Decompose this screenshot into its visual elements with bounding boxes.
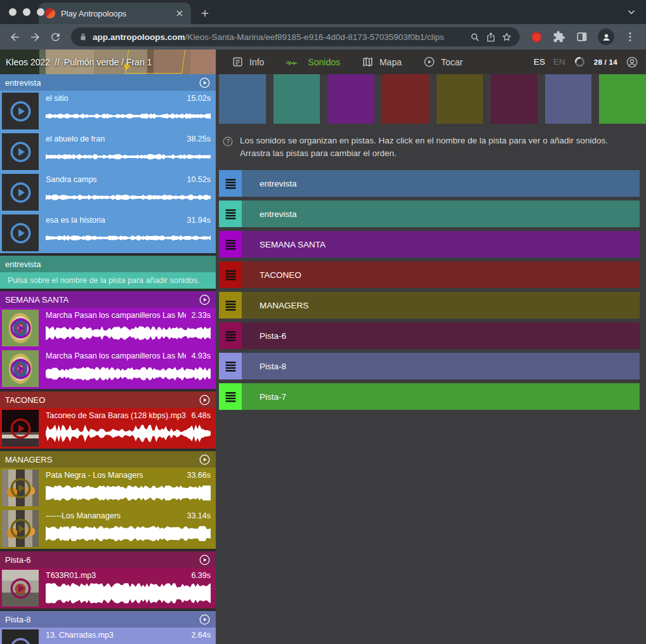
drag-handle-icon[interactable] bbox=[219, 261, 242, 288]
track-play-button[interactable] bbox=[199, 77, 211, 89]
track-header[interactable]: SEMANA SANTA bbox=[0, 291, 216, 308]
breadcrumb[interactable]: Kleos 2022 // Pulmón verde / Fran 1 bbox=[6, 49, 152, 74]
play-icon[interactable] bbox=[2, 133, 39, 170]
sound-item[interactable]: T633R01.mp36.39s bbox=[0, 568, 216, 608]
sound-item[interactable]: Taconeo de Sara Baras (128 kbps).mp36.48… bbox=[0, 408, 216, 449]
sound-item[interactable]: ------Los Mananagers33.14s bbox=[0, 508, 216, 549]
account-icon[interactable] bbox=[626, 56, 638, 69]
sound-waveform[interactable] bbox=[46, 480, 211, 506]
sound-thumbnail[interactable] bbox=[2, 470, 39, 506]
track-row[interactable]: entrevista bbox=[219, 200, 640, 227]
sound-item[interactable]: Marcha Pasan los campanilleros Las Mejor… bbox=[0, 308, 216, 348]
sound-thumbnail[interactable] bbox=[2, 410, 39, 447]
tab-search-chevron-icon[interactable] bbox=[626, 6, 637, 18]
track-header[interactable]: entrevista bbox=[0, 256, 216, 272]
drag-handle-icon[interactable] bbox=[219, 170, 242, 197]
sound-waveform[interactable] bbox=[46, 420, 211, 446]
sound-item[interactable]: Pata Negra - Los Managers33.66s bbox=[0, 468, 216, 508]
track-row[interactable]: SEMANA SANTA bbox=[219, 231, 640, 258]
drag-handle-icon[interactable] bbox=[219, 231, 242, 258]
extensions-puzzle-icon[interactable] bbox=[553, 30, 565, 43]
nav-tab-info[interactable]: Info bbox=[221, 49, 275, 74]
play-icon[interactable] bbox=[2, 174, 39, 211]
track-row[interactable]: Pista-6 bbox=[219, 322, 640, 349]
play-icon[interactable] bbox=[2, 214, 39, 251]
track-row[interactable]: MANAGERS bbox=[219, 292, 640, 319]
track-row[interactable]: entrevista bbox=[219, 170, 640, 197]
address-bar[interactable]: app.antropoloops.com/Kleos-Santa-Marina/… bbox=[71, 27, 520, 46]
play-icon[interactable] bbox=[2, 470, 39, 506]
sound-thumbnail[interactable] bbox=[2, 570, 39, 607]
sound-thumbnail[interactable] bbox=[2, 133, 39, 170]
sound-waveform[interactable] bbox=[46, 184, 211, 210]
drag-handle-icon[interactable] bbox=[219, 383, 242, 410]
profile-avatar[interactable] bbox=[598, 29, 614, 45]
sound-waveform[interactable] bbox=[46, 640, 211, 644]
sound-item[interactable]: el sitio15.02s bbox=[0, 91, 216, 131]
drag-handle-icon[interactable] bbox=[219, 322, 242, 349]
browser-menu-icon[interactable] bbox=[624, 30, 636, 43]
sound-waveform[interactable] bbox=[46, 225, 211, 251]
sound-thumbnail[interactable] bbox=[2, 93, 39, 129]
play-icon[interactable] bbox=[2, 310, 39, 346]
language-en-button[interactable]: EN bbox=[553, 57, 565, 67]
nav-tab-sonidos[interactable]: Sonidos bbox=[275, 49, 351, 74]
play-icon[interactable] bbox=[2, 350, 39, 387]
sound-thumbnail[interactable] bbox=[2, 350, 39, 387]
forward-button[interactable] bbox=[27, 29, 43, 45]
sound-waveform[interactable] bbox=[46, 103, 211, 129]
play-icon[interactable] bbox=[2, 510, 39, 547]
sound-item[interactable]: Marcha Pasan los campanilleros Las Mejor… bbox=[0, 348, 216, 389]
nav-tab-tocar[interactable]: Tocar bbox=[412, 49, 473, 74]
sound-item[interactable]: 13. Charradas.mp32.64s bbox=[0, 628, 216, 644]
sound-waveform[interactable] bbox=[46, 580, 211, 606]
new-tab-button[interactable] bbox=[196, 4, 214, 22]
track-header[interactable]: TACONEO bbox=[0, 391, 216, 408]
share-icon[interactable] bbox=[485, 32, 496, 43]
play-icon[interactable] bbox=[2, 629, 39, 644]
sound-item[interactable]: el abuelo de fran38.25s bbox=[0, 131, 216, 172]
zoom-icon[interactable] bbox=[470, 32, 480, 43]
language-es-button[interactable]: ES bbox=[534, 57, 545, 67]
play-icon[interactable] bbox=[2, 410, 39, 447]
sound-thumbnail[interactable] bbox=[2, 510, 39, 547]
track-header[interactable]: entrevista bbox=[0, 74, 216, 91]
play-icon[interactable] bbox=[2, 93, 39, 129]
track-play-button[interactable] bbox=[199, 294, 211, 306]
bookmark-star-icon[interactable] bbox=[501, 32, 512, 43]
sound-waveform[interactable] bbox=[46, 143, 211, 169]
maximize-window-button[interactable] bbox=[37, 8, 44, 16]
drag-handle-icon[interactable] bbox=[219, 353, 242, 379]
track-header[interactable]: Pista-8 bbox=[0, 611, 216, 628]
url-text[interactable]: app.antropoloops.com/Kleos-Santa-Marina/… bbox=[93, 32, 465, 42]
track-row[interactable]: Pista-7 bbox=[219, 383, 640, 410]
reload-button[interactable] bbox=[47, 29, 63, 45]
breadcrumb-project[interactable]: Kleos 2022 bbox=[6, 57, 50, 67]
browser-tab[interactable]: Play Antropoloops bbox=[39, 3, 191, 24]
sound-thumbnail[interactable] bbox=[2, 214, 39, 251]
sound-waveform[interactable] bbox=[46, 320, 211, 346]
sound-item[interactable]: Sandra camps10.52s bbox=[0, 172, 216, 213]
track-header[interactable]: MANAGERS bbox=[0, 451, 216, 468]
track-header[interactable]: Pista-6 bbox=[0, 551, 216, 568]
track-play-button[interactable] bbox=[199, 614, 211, 626]
drag-handle-icon[interactable] bbox=[219, 292, 242, 319]
sound-waveform[interactable] bbox=[46, 520, 211, 546]
tab-close-icon[interactable] bbox=[175, 8, 185, 18]
side-panel-icon[interactable] bbox=[576, 30, 588, 43]
track-row[interactable]: TACONEO bbox=[219, 261, 640, 288]
sound-waveform[interactable] bbox=[46, 360, 211, 386]
track-play-button[interactable] bbox=[199, 394, 211, 406]
sound-thumbnail[interactable] bbox=[2, 310, 39, 346]
minimize-window-button[interactable] bbox=[23, 8, 30, 16]
track-play-button[interactable] bbox=[199, 454, 211, 466]
recording-indicator-icon[interactable] bbox=[531, 32, 542, 43]
sound-item[interactable]: esa es la historia31.94s bbox=[0, 213, 216, 253]
close-window-button[interactable] bbox=[9, 8, 16, 16]
track-play-button[interactable] bbox=[199, 554, 211, 566]
sound-thumbnail[interactable] bbox=[2, 174, 39, 211]
nav-tab-mapa[interactable]: Mapa bbox=[351, 49, 412, 74]
sound-thumbnail[interactable] bbox=[2, 629, 39, 644]
play-icon[interactable] bbox=[2, 570, 39, 607]
drag-handle-icon[interactable] bbox=[219, 200, 242, 227]
